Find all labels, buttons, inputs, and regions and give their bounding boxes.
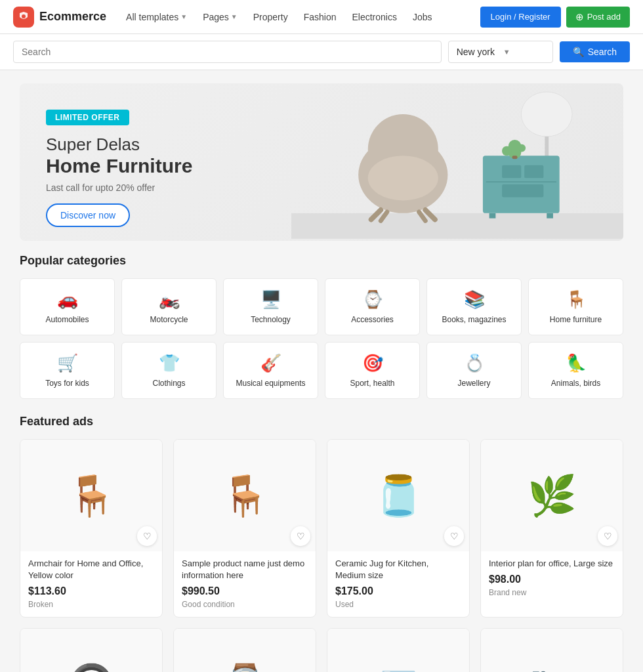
category-label: Sport, health: [350, 379, 394, 388]
favorite-button[interactable]: ♡: [444, 526, 464, 546]
ad-title: Interior plan for office, Large size: [489, 558, 615, 570]
category-card[interactable]: 🦜 Animals, birds: [528, 342, 623, 399]
ad-card[interactable]: 🪑 ♡ Sample product name just demo inform…: [173, 439, 316, 618]
ad-image: ⌚ ♡: [174, 629, 316, 672]
search-input[interactable]: [22, 47, 433, 57]
category-card[interactable]: 🖥️ Technology: [223, 278, 318, 335]
ad-condition: Good condition: [182, 600, 308, 609]
logo-icon: [13, 7, 34, 28]
ad-image: 🌿 ♡: [481, 440, 623, 551]
ad-card[interactable]: 🌿 ♡ Interior plan for office, Large size…: [480, 439, 623, 618]
ad-image: 🪑 ♡: [20, 440, 162, 551]
nav-pages[interactable]: Pages ▼: [196, 8, 244, 26]
ad-image-icon: 📷: [528, 662, 577, 672]
dropdown-caret: ▼: [180, 13, 187, 20]
ad-card[interactable]: ⌚ ♡ Smart Watch $199.00 Brand new: [173, 628, 316, 672]
category-icon: 🖥️: [260, 289, 281, 310]
category-card[interactable]: 📚 Books, magazines: [426, 278, 522, 335]
category-icon: 🪑: [566, 289, 587, 310]
ad-condition: Used: [335, 600, 461, 609]
discover-now-button[interactable]: Discover now: [46, 203, 130, 227]
nav-all-templates[interactable]: All templates ▼: [119, 8, 194, 26]
categories-section: Popular categories 🚗 Automobiles 🏍️ Moto…: [13, 254, 630, 399]
category-card[interactable]: 🏍️ Motorcycle: [121, 278, 217, 335]
favorite-button[interactable]: ♡: [137, 526, 157, 546]
location-value: New york: [457, 47, 498, 57]
ad-title: Ceramic Jug for Kitchen, Medium size: [335, 558, 461, 581]
category-card[interactable]: 🪑 Home furniture: [528, 278, 623, 335]
ad-image: 🪑 ♡: [174, 440, 316, 551]
category-icon: 👕: [159, 353, 180, 373]
search-button[interactable]: 🔍 Search: [560, 41, 630, 62]
ad-title: Sample product name just demo informatio…: [182, 558, 308, 581]
category-label: Books, magazines: [442, 315, 506, 324]
ad-info: Interior plan for office, Large size $98…: [481, 551, 623, 605]
category-label: Animals, birds: [551, 379, 600, 388]
nav-buttons: Login / Register ⊕ Post add: [480, 7, 630, 28]
svg-point-0: [22, 14, 26, 18]
category-icon: 🛒: [57, 353, 78, 373]
ad-image: 📷 ♡: [481, 629, 623, 672]
featured-ads-title: Featured ads: [20, 415, 623, 429]
ad-image-icon: 🪑: [220, 472, 270, 519]
category-card[interactable]: ⌚ Accessories: [325, 278, 420, 335]
favorite-button[interactable]: ♡: [598, 526, 617, 546]
top-nav: Ecommerce All templates ▼ Pages ▼ Proper…: [0, 0, 643, 34]
category-label: Home furniture: [550, 315, 602, 324]
ad-card[interactable]: 💻 ♡ Laptop Computer $749.00 Good conditi…: [327, 628, 470, 672]
category-card[interactable]: 🛒 Toys for kids: [20, 342, 115, 399]
categories-title: Popular categories: [20, 254, 623, 268]
category-icon: 🚗: [57, 289, 78, 310]
category-card[interactable]: 🎸 Musical equipments: [223, 342, 318, 399]
dropdown-caret: ▼: [231, 13, 238, 20]
ad-card[interactable]: 📷 ♡ Canon DSLR Camera $430.00 Used: [480, 628, 623, 672]
category-icon: ⌚: [362, 289, 383, 310]
location-caret: ▼: [503, 48, 545, 56]
nav-jobs[interactable]: Jobs: [406, 8, 439, 26]
category-card[interactable]: 🚗 Automobiles: [20, 278, 115, 335]
category-icon: 📚: [464, 289, 485, 310]
ad-price: $175.00: [335, 585, 461, 597]
category-card[interactable]: 💍 Jewellery: [426, 342, 522, 399]
ad-card[interactable]: 🫙 ♡ Ceramic Jug for Kitchen, Medium size…: [327, 439, 470, 618]
ad-image-icon: ⌚: [220, 662, 270, 672]
ad-image-icon: 🌿: [528, 472, 577, 519]
ad-image: 🎧 ♡: [20, 629, 162, 672]
ad-image-icon: 💻: [374, 662, 423, 672]
ad-image: 🫙 ♡: [327, 440, 469, 551]
category-icon: 🎸: [260, 353, 281, 373]
ad-card[interactable]: 🪑 ♡ Armchair for Home and Office, Yellow…: [20, 439, 163, 618]
category-icon: 🏍️: [159, 289, 180, 310]
favorite-button[interactable]: ♡: [291, 526, 310, 546]
nav-links: All templates ▼ Pages ▼ Property Fashion…: [119, 8, 467, 26]
ad-price: $98.00: [489, 574, 615, 585]
category-icon: 🎯: [362, 353, 383, 373]
category-card[interactable]: 🎯 Sport, health: [325, 342, 420, 399]
logo[interactable]: Ecommerce: [13, 7, 106, 28]
location-select[interactable]: New york ▼: [448, 41, 553, 63]
nav-electronics[interactable]: Electronics: [345, 8, 403, 26]
category-label: Motorcycle: [150, 315, 188, 324]
featured-ads-section: Featured ads 🪑 ♡ Armchair for Home and O…: [13, 415, 630, 672]
nav-fashion[interactable]: Fashion: [297, 8, 343, 26]
category-icon: 💍: [464, 353, 485, 373]
post-add-button[interactable]: ⊕ Post add: [566, 7, 630, 28]
search-icon: 🔍: [573, 47, 584, 57]
nav-property[interactable]: Property: [247, 8, 295, 26]
ad-card[interactable]: 🎧 ♡ Wireless Headphones $59.00 Used: [20, 628, 163, 672]
search-bar: New york ▼ 🔍 Search: [0, 34, 643, 70]
ad-price: $113.60: [28, 585, 154, 597]
category-label: Technology: [251, 315, 291, 324]
category-icon: 🦜: [566, 353, 587, 373]
search-input-wrapper[interactable]: [13, 41, 442, 63]
category-card[interactable]: 👕 Clothings: [121, 342, 217, 399]
ad-condition: Brand new: [489, 588, 615, 597]
login-register-button[interactable]: Login / Register: [480, 7, 561, 28]
category-label: Toys for kids: [45, 379, 89, 388]
ad-image-icon: 🪑: [67, 472, 116, 519]
plus-icon: ⊕: [575, 11, 584, 23]
hero-subtitle: Last call for upto 20% offer: [46, 182, 597, 193]
ad-image: 💻 ♡: [327, 629, 469, 672]
hero-banner: LIMITED OFFER Super Delas Home Furniture…: [20, 83, 623, 241]
category-label: Jewellery: [457, 379, 490, 388]
